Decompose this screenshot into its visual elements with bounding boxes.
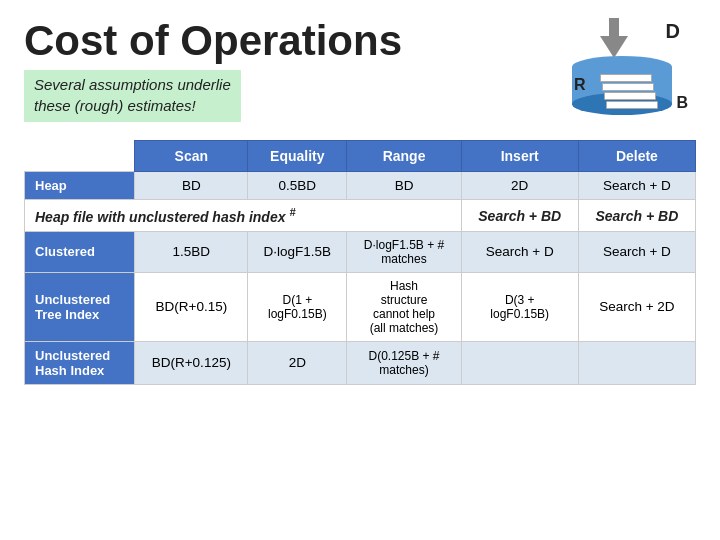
clustered-range: D·logF1.5B + # matches xyxy=(347,231,461,272)
col-header-scan: Scan xyxy=(135,141,248,172)
table-row: Heap file with unclustered hash index # … xyxy=(25,200,696,232)
heap-hash-delete: Search + BD xyxy=(578,200,695,232)
label-b: B xyxy=(676,94,688,112)
row-label-clustered: Clustered xyxy=(25,231,135,272)
cyl-page-3 xyxy=(604,92,656,100)
heap-delete: Search + D xyxy=(578,172,695,200)
arrow-head xyxy=(600,36,628,58)
clustered-delete: Search + D xyxy=(578,231,695,272)
hash-range: D(0.125B + # matches) xyxy=(347,341,461,384)
hash-insert xyxy=(461,341,578,384)
cyl-page-2 xyxy=(602,83,654,91)
clustered-insert: Search + D xyxy=(461,231,578,272)
table-row: Unclustered Tree Index BD(R+0.15) D(1 + … xyxy=(25,272,696,341)
heap-range: BD xyxy=(347,172,461,200)
heap-insert: 2D xyxy=(461,172,578,200)
row-label-heap: Heap xyxy=(25,172,135,200)
page: Cost of Operations Several assumptions u… xyxy=(0,0,720,540)
col-header-range: Range xyxy=(347,141,461,172)
tree-equality: D(1 + logF0.15B) xyxy=(248,272,347,341)
heap-hash-insert: Search + BD xyxy=(461,200,578,232)
hash-scan: BD(R+0.125) xyxy=(135,341,248,384)
col-header-equality: Equality xyxy=(248,141,347,172)
tree-delete: Search + 2D xyxy=(578,272,695,341)
clustered-equality: D·logF1.5B xyxy=(248,231,347,272)
clustered-scan: 1.5BD xyxy=(135,231,248,272)
arrow-shaft xyxy=(609,18,619,36)
row-label-unclustered-tree: Unclustered Tree Index xyxy=(25,272,135,341)
col-header-insert: Insert xyxy=(461,141,578,172)
cyl-pages xyxy=(600,74,660,114)
table-row: Clustered 1.5BD D·logF1.5B D·logF1.5B + … xyxy=(25,231,696,272)
cyl-page-1 xyxy=(600,74,652,82)
cylinder-diagram: D R B xyxy=(562,18,692,148)
label-r: R xyxy=(574,76,586,94)
cylinder-body xyxy=(572,56,672,114)
tree-range: Hash structure cannot help (all matches) xyxy=(347,272,461,341)
label-d: D xyxy=(666,20,680,43)
col-header-blank xyxy=(25,141,135,172)
table-row: Heap BD 0.5BD BD 2D Search + D xyxy=(25,172,696,200)
hash-equality: 2D xyxy=(248,341,347,384)
heap-scan: BD xyxy=(135,172,248,200)
tree-scan: BD(R+0.15) xyxy=(135,272,248,341)
heap-equality: 0.5BD xyxy=(248,172,347,200)
cyl-page-4 xyxy=(606,101,658,109)
hash-note: # xyxy=(289,206,295,218)
table-row: Unclustered Hash Index BD(R+0.125) 2D D(… xyxy=(25,341,696,384)
row-label-unclustered-hash: Unclustered Hash Index xyxy=(25,341,135,384)
subtitle: Several assumptions underlie these (roug… xyxy=(24,70,241,122)
arrow-group xyxy=(600,18,628,58)
tree-insert: D(3 + logF0.15B) xyxy=(461,272,578,341)
heap-hash-label: Heap file with unclustered hash index # xyxy=(25,200,462,232)
hash-delete xyxy=(578,341,695,384)
operations-table: Scan Equality Range Insert Delete Heap B… xyxy=(24,140,696,385)
